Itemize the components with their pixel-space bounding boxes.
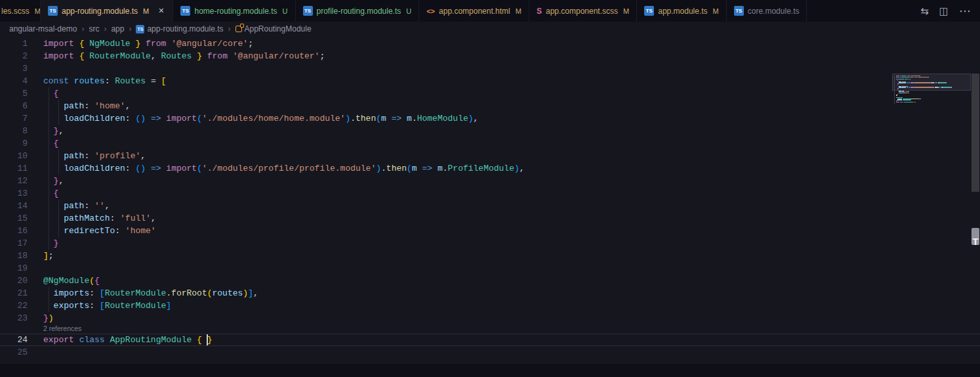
code-line-9[interactable]: 9 { — [0, 137, 980, 150]
tab-app.component.scss[interactable]: Sapp.component.scssM — [529, 0, 637, 22]
tab-core.module.ts[interactable]: TScore.module.ts — [727, 0, 807, 22]
line-content[interactable]: path: '', — [28, 200, 980, 212]
code-line-3[interactable]: 3 — [0, 62, 980, 75]
line-number[interactable]: 7 — [0, 112, 28, 125]
line-number[interactable]: 6 — [0, 100, 28, 112]
line-number[interactable]: 5 — [0, 87, 28, 100]
tab-app-routing.module.ts[interactable]: TSapp-routing.module.tsM✕ — [41, 0, 173, 22]
breadcrumb-item-angular-msal-demo[interactable]: angular-msal-demo — [9, 24, 77, 33]
tab-app.component.html[interactable]: <>app.component.htmlM — [419, 0, 529, 22]
code-line-7[interactable]: 7 loadChildren: () => import('./modules/… — [0, 112, 980, 125]
code-line-17[interactable]: 17 } — [0, 237, 980, 250]
code-line-18[interactable]: 18]; — [0, 250, 980, 262]
line-content[interactable]: const routes: Routes = [ — [28, 75, 980, 87]
line-number[interactable]: 1 — [0, 37, 28, 50]
line-number[interactable]: 20 — [0, 275, 28, 287]
line-content[interactable] — [28, 62, 980, 75]
line-content[interactable]: }, — [28, 125, 980, 137]
code-line-11[interactable]: 11 loadChildren: () => import('./modules… — [0, 162, 980, 175]
line-content[interactable]: loadChildren: () => import('./modules/ho… — [28, 112, 980, 125]
line-content[interactable]: path: 'home', — [28, 100, 980, 112]
line-content[interactable]: imports: [RouterModule.forRoot(routes)], — [28, 287, 980, 299]
line-content[interactable]: @NgModule({ — [28, 275, 980, 287]
line-content[interactable]: exports: [RouterModule] — [28, 299, 980, 312]
tab-les.scss[interactable]: les.scssM — [0, 0, 41, 22]
code-line-22[interactable]: 22 exports: [RouterModule] — [0, 299, 980, 312]
line-number[interactable]: 21 — [0, 287, 28, 299]
horizontal-scrollbar-area[interactable] — [0, 364, 980, 377]
code-line-6[interactable]: 6 path: 'home', — [0, 100, 980, 112]
more-actions-icon[interactable]: ⋯ — [959, 4, 971, 18]
line-number[interactable]: 8 — [0, 125, 28, 137]
line-number[interactable]: 14 — [0, 200, 28, 212]
line-number[interactable]: 18 — [0, 250, 28, 262]
code-line-25[interactable]: 25 — [0, 346, 980, 359]
line-content[interactable]: { — [28, 137, 980, 150]
code-line-4[interactable]: 4const routes: Routes = [ — [0, 75, 980, 87]
line-content[interactable]: pathMatch: 'full', — [28, 212, 980, 225]
code-line-12[interactable]: 12 }, — [0, 175, 980, 187]
line-content[interactable]: ]; — [28, 250, 980, 262]
code-line-5[interactable]: 5 { — [0, 87, 980, 100]
line-content[interactable]: loadChildren: () => import('./modules/pr… — [28, 162, 980, 175]
code-line-10[interactable]: 10 path: 'profile', — [0, 150, 980, 162]
breadcrumb-item-app-routing.module.ts[interactable]: TSapp-routing.module.ts — [136, 24, 223, 33]
tab-home-routing.module.ts[interactable]: TShome-routing.module.tsU — [173, 0, 295, 22]
code-line-21[interactable]: 21 imports: [RouterModule.forRoot(routes… — [0, 287, 980, 299]
line-number[interactable]: 4 — [0, 75, 28, 87]
line-content[interactable]: }) — [28, 312, 980, 324]
line-content[interactable]: } — [28, 237, 980, 250]
line-content[interactable]: path: 'profile', — [28, 150, 980, 162]
line-number[interactable]: 11 — [0, 162, 28, 175]
code-line-20[interactable]: 20@NgModule({ — [0, 275, 980, 287]
line-content[interactable]: { — [28, 87, 980, 100]
line-number[interactable]: 13 — [0, 187, 28, 200]
line-number[interactable]: 3 — [0, 62, 28, 75]
code-line-24[interactable]: 24export class AppRoutingModule { } — [0, 334, 980, 346]
scrollbar-thumb[interactable] — [971, 74, 979, 192]
line-number[interactable]: 24 — [0, 334, 28, 346]
line-number[interactable]: 17 — [0, 237, 28, 250]
breadcrumb-item-AppRoutingModule[interactable]: AppRoutingModule — [235, 24, 312, 33]
breadcrumb-item-app[interactable]: app — [111, 24, 124, 33]
line-number[interactable]: 9 — [0, 137, 28, 150]
line-number[interactable]: 10 — [0, 150, 28, 162]
code-line-14[interactable]: 14 path: '', — [0, 200, 980, 212]
split-editor-icon[interactable]: ◫ — [939, 5, 949, 17]
code-line-8[interactable]: 8 }, — [0, 125, 980, 137]
code-line-23[interactable]: 23}) — [0, 312, 980, 324]
line-number[interactable]: 19 — [0, 262, 28, 275]
tab-app.module.ts[interactable]: TSapp.module.tsM — [637, 0, 727, 22]
line-number[interactable]: 23 — [0, 312, 28, 324]
breadcrumb-item-src[interactable]: src — [89, 24, 99, 33]
close-tab-icon[interactable]: ✕ — [157, 6, 165, 16]
line-number[interactable]: 2 — [0, 50, 28, 62]
tab-profile-routing.module.ts[interactable]: TSprofile-routing.module.tsU — [296, 0, 420, 22]
breadcrumb-separator: › — [129, 24, 131, 33]
vertical-scrollbar[interactable] — [971, 72, 980, 377]
line-content[interactable]: }, — [28, 175, 980, 187]
line-content[interactable] — [28, 346, 980, 359]
code-line-16[interactable]: 16 redirectTo: 'home' — [0, 225, 980, 237]
line-number[interactable]: 12 — [0, 175, 28, 187]
code-line-1[interactable]: 1import { NgModule } from '@angular/core… — [0, 37, 980, 50]
minimap[interactable] — [892, 74, 971, 144]
line-number[interactable]: 15 — [0, 212, 28, 225]
open-changes-icon[interactable]: ⇆ — [920, 5, 929, 17]
code-line-19[interactable]: 19 — [0, 262, 980, 275]
code-line-2[interactable]: 2import { RouterModule, Routes } from '@… — [0, 50, 980, 62]
line-content[interactable]: redirectTo: 'home' — [28, 225, 980, 237]
line-content[interactable]: import { NgModule } from '@angular/core'… — [28, 37, 980, 50]
tab-label: les.scss — [1, 7, 30, 16]
line-content[interactable]: import { RouterModule, Routes } from '@a… — [28, 50, 980, 62]
line-number[interactable]: 16 — [0, 225, 28, 237]
line-number[interactable]: 25 — [0, 346, 28, 359]
line-content[interactable]: { — [28, 187, 980, 200]
code-line-13[interactable]: 13 { — [0, 187, 980, 200]
line-content[interactable] — [28, 262, 980, 275]
codelens-references[interactable]: 2 references — [0, 324, 980, 334]
line-number[interactable]: 22 — [0, 299, 28, 312]
code-line-15[interactable]: 15 pathMatch: 'full', — [0, 212, 980, 225]
tab-label: app.component.scss — [546, 7, 618, 16]
line-content[interactable]: export class AppRoutingModule { } — [28, 334, 980, 346]
